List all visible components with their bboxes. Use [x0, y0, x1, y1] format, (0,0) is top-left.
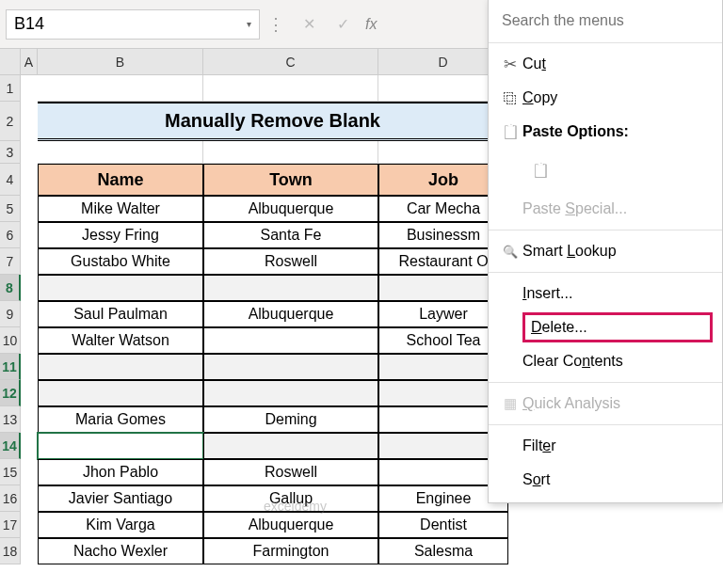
col-header-C[interactable]: C — [203, 49, 378, 75]
title-cell[interactable]: Manually Remove Blank — [38, 102, 508, 141]
row-header[interactable]: 7 — [0, 248, 21, 275]
cell[interactable] — [21, 433, 38, 459]
table-header[interactable]: Town — [203, 164, 378, 196]
table-cell[interactable]: Albuquerque — [203, 512, 378, 538]
row-header[interactable]: 17 — [0, 512, 21, 538]
table-cell[interactable]: Salesma — [378, 538, 508, 564]
cell[interactable] — [21, 102, 38, 141]
cell[interactable] — [21, 459, 38, 485]
cell[interactable] — [21, 327, 38, 354]
fx-label[interactable]: fx — [365, 16, 377, 33]
table-cell[interactable]: Jhon Pablo — [38, 459, 203, 485]
row-header[interactable]: 12 — [0, 380, 21, 406]
drag-handle-icon: ⋮ — [267, 14, 284, 35]
cell[interactable] — [203, 75, 378, 102]
table-cell[interactable]: Walter Watson — [38, 327, 203, 354]
row-header[interactable]: 4 — [0, 164, 21, 196]
table-cell[interactable]: Santa Fe — [203, 222, 378, 248]
menu-clear-contents[interactable]: Clear Contents — [489, 344, 722, 378]
cell[interactable] — [21, 222, 38, 248]
table-cell[interactable]: Albuquerque — [203, 196, 378, 222]
cell[interactable] — [21, 164, 38, 196]
table-cell[interactable] — [38, 275, 203, 301]
menu-search-input[interactable] — [498, 8, 713, 33]
col-header-B[interactable]: B — [38, 49, 203, 75]
row-header[interactable]: 2 — [0, 102, 21, 141]
cell[interactable] — [21, 380, 38, 406]
cell[interactable] — [21, 406, 38, 433]
cell[interactable] — [21, 485, 38, 512]
cell[interactable] — [21, 354, 38, 380]
table-cell[interactable] — [203, 380, 378, 406]
table-cell[interactable]: Deming — [203, 406, 378, 433]
menu-filter[interactable]: Filter — [489, 429, 722, 463]
menu-label: Quick Analysis — [522, 395, 713, 412]
table-cell[interactable]: Nacho Wexler — [38, 538, 203, 564]
menu-label: Paste Special... — [522, 200, 713, 217]
table-cell[interactable]: Saul Paulman — [38, 301, 203, 327]
row-header[interactable]: 10 — [0, 327, 21, 354]
table-cell[interactable]: Jessy Fring — [38, 222, 203, 248]
table-cell[interactable]: Albuquerque — [203, 301, 378, 327]
menu-copy[interactable]: Copy — [489, 81, 722, 115]
table-cell[interactable]: Roswell — [203, 459, 378, 485]
cell[interactable] — [38, 75, 203, 102]
cell[interactable] — [21, 301, 38, 327]
menu-cut[interactable]: Cut — [489, 47, 722, 81]
row-header[interactable]: 9 — [0, 301, 21, 327]
table-cell[interactable]: Mike Walter — [38, 196, 203, 222]
cell[interactable] — [203, 141, 378, 164]
menu-label: Sort — [522, 471, 713, 488]
table-cell[interactable]: Kim Varga — [38, 512, 203, 538]
table-cell[interactable]: Maria Gomes — [38, 406, 203, 433]
row-header[interactable]: 11 — [0, 354, 21, 380]
row-header[interactable]: 1 — [0, 75, 21, 102]
row-header[interactable]: 8 — [0, 275, 21, 301]
table-cell[interactable] — [38, 380, 203, 406]
cell[interactable] — [21, 75, 38, 102]
row-header[interactable]: 18 — [0, 538, 21, 564]
table-cell[interactable]: Gallup — [203, 485, 378, 512]
table-cell[interactable] — [203, 433, 378, 459]
menu-sort[interactable]: Sort — [489, 463, 722, 497]
row-header[interactable]: 3 — [0, 141, 21, 164]
row-header[interactable]: 6 — [0, 222, 21, 248]
table-cell[interactable]: Farmington — [203, 538, 378, 564]
cell[interactable] — [21, 141, 38, 164]
menu-smart-lookup[interactable]: Smart Lookup — [489, 234, 722, 268]
paste-default-button — [522, 152, 558, 188]
cell[interactable] — [21, 512, 38, 538]
row-header[interactable]: 5 — [0, 196, 21, 222]
row-header[interactable]: 15 — [0, 459, 21, 485]
menu-separator — [489, 230, 722, 230]
cell[interactable] — [38, 141, 203, 164]
name-box[interactable]: B14 ▾ — [6, 9, 260, 40]
cell[interactable] — [21, 275, 38, 301]
row-header[interactable]: 13 — [0, 406, 21, 433]
select-all-corner[interactable] — [0, 49, 21, 75]
enter-formula-icon: ✓ — [326, 9, 360, 40]
table-cell[interactable] — [38, 433, 203, 459]
menu-paste-options: Paste Options: — [489, 115, 722, 149]
menu-search[interactable] — [498, 8, 713, 33]
table-cell[interactable]: Dentist — [378, 512, 508, 538]
table-cell[interactable]: Javier Santiago — [38, 485, 203, 512]
table-cell[interactable] — [203, 327, 378, 354]
clipboard-icon — [498, 123, 522, 140]
menu-insert[interactable]: Insert... — [489, 277, 722, 310]
table-cell[interactable] — [203, 275, 378, 301]
row-header[interactable]: 14 — [0, 433, 21, 459]
col-header-A[interactable]: A — [21, 49, 38, 75]
cell[interactable] — [21, 248, 38, 275]
quick-analysis-icon — [498, 395, 522, 412]
table-cell[interactable]: Gustabo White — [38, 248, 203, 275]
menu-delete[interactable]: Delete... — [489, 310, 722, 344]
cell[interactable] — [21, 196, 38, 222]
table-cell[interactable] — [203, 354, 378, 380]
dropdown-arrow-icon[interactable]: ▾ — [247, 19, 251, 29]
table-header[interactable]: Name — [38, 164, 203, 196]
table-cell[interactable] — [38, 354, 203, 380]
table-cell[interactable]: Roswell — [203, 248, 378, 275]
cell[interactable] — [21, 538, 38, 564]
row-header[interactable]: 16 — [0, 485, 21, 512]
